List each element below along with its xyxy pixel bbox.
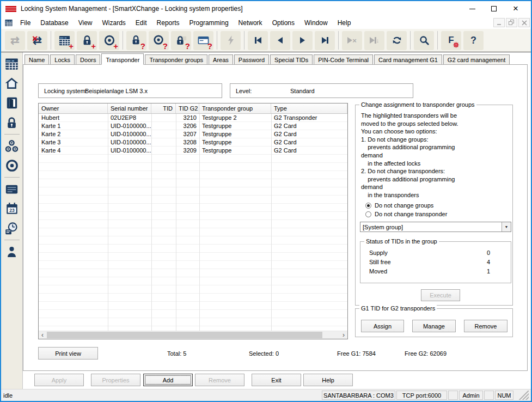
menu-database[interactable]: Database — [35, 17, 73, 28]
read-transponder-button[interactable]: ? — [149, 31, 169, 50]
table-row[interactable]: Karte 3UID-0100000...3208TestgruppeG2 Ca… — [39, 138, 347, 147]
execute-button[interactable]: Execute — [421, 289, 460, 301]
previous-record-button[interactable] — [270, 31, 290, 50]
tab-transponder-groups[interactable]: Transponder groups — [145, 54, 207, 64]
print-view-button[interactable]: Print view — [38, 347, 98, 360]
disconnect-button[interactable]: ⇄× — [27, 31, 47, 50]
menu-view[interactable]: View — [74, 17, 97, 28]
horizontal-scrollbar[interactable]: ‹ › — [39, 331, 347, 339]
table-row[interactable]: Karte 4UID-0100000...3209TestgruppeG2 Ca… — [39, 147, 347, 155]
last-record-button[interactable] — [315, 31, 335, 50]
read-lock-button[interactable]: ? — [126, 31, 146, 50]
manage-button[interactable]: Manage — [412, 320, 456, 332]
table-row[interactable]: Hubert02U2EP83210Testgruppe 2G2 Transpon… — [39, 114, 347, 122]
column-header-owner[interactable]: Owner — [39, 103, 108, 113]
sidebar-matrix-button[interactable] — [3, 54, 21, 73]
column-header-type[interactable]: Type — [271, 103, 347, 113]
menu-programming[interactable]: Programming — [185, 17, 234, 28]
tab-special-tids[interactable]: Special TIDs — [270, 54, 313, 64]
connect-button[interactable]: ⇄ — [5, 31, 25, 50]
radio-do-not-change-transponder[interactable]: Do not change transponder — [365, 211, 447, 217]
new-transponder-button[interactable]: + — [99, 31, 119, 50]
menu-edit[interactable]: Edit — [131, 17, 152, 28]
scroll-left-icon[interactable]: ‹ — [39, 332, 46, 339]
refresh-button[interactable] — [387, 31, 407, 50]
exit-button[interactable]: Exit — [252, 374, 301, 386]
add-button[interactable]: Add — [143, 374, 193, 386]
radio-do-not-change-groups[interactable]: Do not change groups — [365, 202, 433, 209]
properties-button[interactable]: Properties — [91, 374, 140, 386]
new-lock-button[interactable]: + — [77, 31, 97, 50]
menu-wizards[interactable]: Wizards — [97, 17, 131, 28]
goto-record-button[interactable]: ↓ — [364, 31, 384, 50]
last-record-icon — [322, 37, 327, 44]
filter-settings-button[interactable]: F — [441, 31, 461, 50]
sidebar-door-button[interactable] — [3, 94, 21, 112]
cancel-record-button[interactable]: × — [342, 31, 362, 50]
remove-g1-button[interactable]: Remove — [464, 320, 507, 332]
read-g1-lock-button[interactable]: ? — [171, 31, 191, 50]
column-header-serial-number[interactable]: Serial number — [108, 103, 151, 113]
cell-owner: Karte 3 — [39, 138, 108, 147]
tid-status-groupbox: Status of TIDs in the group Supply 0 Sti… — [360, 241, 511, 283]
tab-areas[interactable]: Areas — [209, 54, 233, 64]
tab-doors[interactable]: Doors — [76, 54, 100, 64]
menu-help[interactable]: Help — [333, 17, 356, 28]
assign-button[interactable]: Assign — [361, 320, 404, 332]
sidebar-person-button[interactable] — [3, 242, 21, 261]
table-row[interactable]: Karte 1UID-0100000...3206TestgruppeG2 Ca… — [39, 122, 347, 130]
bottom-button-strip: Apply Properties Add Remove Exit Help — [23, 371, 531, 389]
cell-serial: UID-0100000... — [108, 130, 151, 138]
tab-password[interactable]: Password — [234, 54, 269, 64]
minimize-icon — [469, 9, 475, 9]
close-button[interactable]: × — [505, 2, 527, 15]
group-dropdown[interactable]: [System group] ▼ — [360, 222, 511, 232]
new-locking-system-button[interactable]: + — [54, 31, 75, 50]
column-header-tid[interactable]: TID — [151, 103, 176, 113]
sidebar-transponder-button[interactable] — [3, 156, 21, 175]
program-button[interactable] — [221, 31, 241, 50]
window-title: Locking System Management - [SmartXChang… — [21, 5, 243, 13]
minimize-button[interactable] — [461, 2, 483, 15]
scroll-right-icon[interactable]: › — [340, 332, 347, 339]
resize-grip[interactable] — [515, 391, 529, 400]
remove-button[interactable]: Remove — [195, 374, 244, 386]
mdi-close-button[interactable] — [518, 18, 530, 27]
help-bottom-button[interactable]: Help — [303, 374, 353, 386]
menu-options[interactable]: Options — [267, 17, 299, 28]
search-button[interactable] — [414, 31, 434, 50]
mdi-minimize-button[interactable] — [493, 18, 505, 27]
tab-name[interactable]: Name — [25, 54, 49, 64]
help-button[interactable]: ? — [463, 31, 484, 50]
column-header-transponder-group[interactable]: Transponder group — [199, 103, 271, 113]
mdi-restore-button[interactable] — [506, 18, 517, 27]
chevron-down-icon[interactable]: ▼ — [502, 222, 511, 232]
menu-window[interactable]: Window — [299, 17, 333, 28]
menu-reports[interactable]: Reports — [152, 17, 185, 28]
sidebar-calendar-button[interactable]: 23 — [3, 199, 21, 218]
column-header-tid-g2[interactable]: TID G2 — [176, 103, 199, 113]
sidebar-transponder-group-button[interactable] — [3, 137, 21, 155]
first-record-button[interactable] — [248, 31, 268, 50]
lock-icon — [5, 116, 19, 130]
tab-pin-code-terminal[interactable]: PIN-Code Terminal — [314, 54, 373, 64]
tab-locks[interactable]: Locks — [50, 54, 75, 64]
mdi-system-icon[interactable] — [4, 19, 13, 27]
sidebar-keypad-button[interactable] — [3, 180, 21, 198]
next-record-button[interactable] — [292, 31, 313, 50]
menu-network[interactable]: Network — [234, 17, 267, 28]
tab-card-management-g1[interactable]: Card management G1 — [374, 54, 442, 64]
tab-g2-card-management[interactable]: G2 card management — [443, 54, 510, 64]
transponder-table: Owner Serial number TID TID G2 Transpond… — [38, 103, 348, 339]
menu-file[interactable]: File — [15, 17, 35, 28]
sidebar-building-button[interactable] — [3, 74, 21, 93]
table-row[interactable]: Karte 2UID-0100000...3207TestgruppeG2 Ca… — [39, 130, 347, 138]
apply-button[interactable]: Apply — [34, 374, 84, 386]
maximize-button[interactable] — [483, 2, 505, 15]
scrollbar-thumb[interactable] — [47, 332, 322, 338]
sidebar-time-plan-button[interactable] — [3, 219, 21, 237]
read-terminal-button[interactable]: ? — [193, 31, 213, 50]
tab-transponder[interactable]: Transponder — [101, 53, 144, 65]
tabstrip: Name Locks Doors Transponder Transponder… — [23, 52, 531, 64]
sidebar-lock-button[interactable] — [3, 113, 21, 132]
